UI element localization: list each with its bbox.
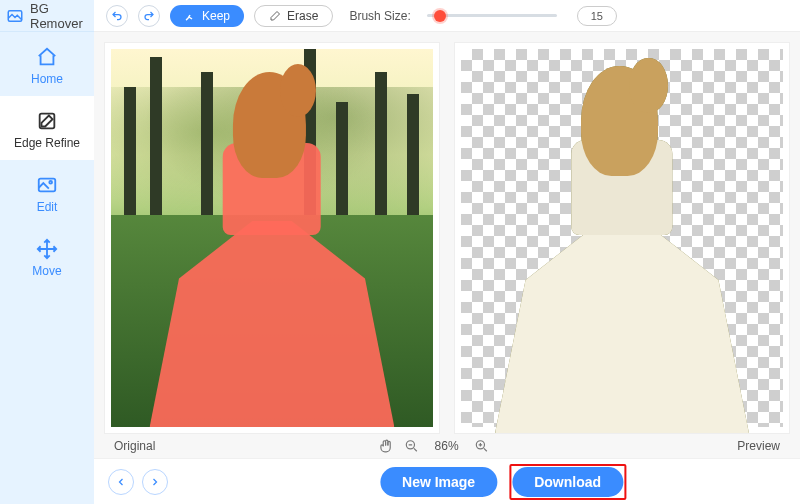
app-logo-bar: BG Remover <box>0 0 94 32</box>
canvas-area: Original 86% Preview <box>94 32 800 458</box>
app-logo-icon <box>6 7 24 25</box>
sidebar-item-label: Edge Refine <box>14 136 80 150</box>
brush-size-slider[interactable] <box>427 6 557 26</box>
edge-refine-icon <box>36 110 58 132</box>
cutout-image <box>495 66 749 433</box>
sidebar-item-label: Move <box>32 264 61 278</box>
erase-button[interactable]: Erase <box>254 5 333 27</box>
zoom-in-button[interactable] <box>474 438 490 454</box>
preview-label: Preview <box>737 439 780 453</box>
zoom-value: 86% <box>430 439 464 453</box>
erase-label: Erase <box>287 9 318 23</box>
brush-size-label: Brush Size: <box>349 9 410 23</box>
sidebar: BG Remover Home Edge Refine Edit Move <box>0 0 94 504</box>
app-title: BG Remover <box>30 1 94 31</box>
zoom-out-button[interactable] <box>404 438 420 454</box>
brush-size-value[interactable]: 15 <box>577 6 617 26</box>
edit-icon <box>36 174 58 196</box>
keep-label: Keep <box>202 9 230 23</box>
undo-button[interactable] <box>106 5 128 27</box>
download-highlight: Download <box>509 464 626 500</box>
sidebar-item-move[interactable]: Move <box>0 224 94 288</box>
original-panel[interactable] <box>104 42 440 434</box>
original-label: Original <box>114 439 155 453</box>
sidebar-item-home[interactable]: Home <box>0 32 94 96</box>
sidebar-item-label: Home <box>31 72 63 86</box>
next-button[interactable] <box>142 469 168 495</box>
sidebar-item-label: Edit <box>37 200 58 214</box>
pan-icon[interactable] <box>378 438 394 454</box>
footer: New Image Download <box>94 458 800 504</box>
sidebar-item-edit[interactable]: Edit <box>0 160 94 224</box>
new-image-button[interactable]: New Image <box>380 467 497 497</box>
keep-button[interactable]: Keep <box>170 5 244 27</box>
redo-button[interactable] <box>138 5 160 27</box>
sidebar-item-edge-refine[interactable]: Edge Refine <box>0 96 94 160</box>
toolbar: Keep Erase Brush Size: 15 <box>94 0 800 32</box>
home-icon <box>36 46 58 68</box>
status-bar: Original 86% Preview <box>104 434 790 458</box>
original-image <box>111 49 433 427</box>
move-icon <box>36 238 58 260</box>
download-button[interactable]: Download <box>512 467 623 497</box>
svg-point-3 <box>49 181 52 184</box>
preview-panel[interactable] <box>454 42 790 434</box>
prev-button[interactable] <box>108 469 134 495</box>
